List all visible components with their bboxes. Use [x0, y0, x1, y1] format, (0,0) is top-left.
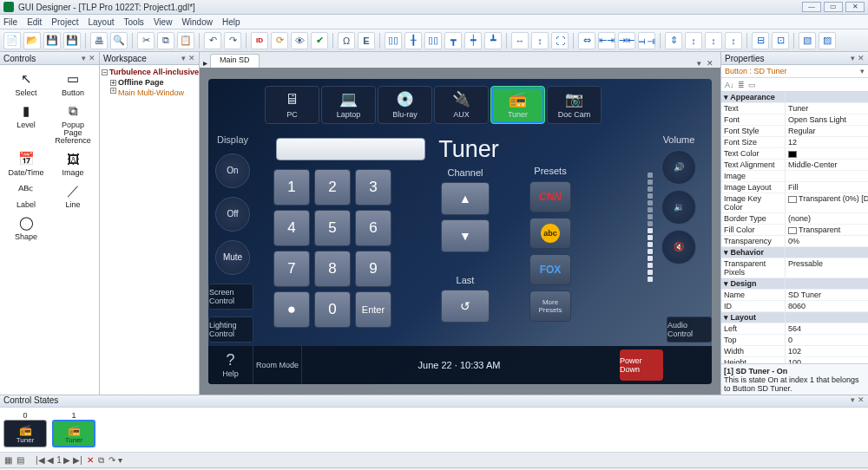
keypad-7-button[interactable]: 7	[273, 251, 310, 287]
prop-group[interactable]: ▾ Appearance	[721, 92, 786, 102]
tool-select[interactable]: ↖Select	[3, 69, 49, 99]
center-h-icon[interactable]: ⊟	[752, 32, 769, 49]
menu-file[interactable]: File	[3, 17, 17, 27]
source-pc-button[interactable]: 🖥PC	[265, 86, 319, 124]
source-aux-button[interactable]: 🔌AUX	[434, 86, 489, 124]
save-icon[interactable]: 💾	[43, 32, 61, 49]
align-center-icon[interactable]: ╂	[404, 32, 422, 49]
id-icon[interactable]: ID	[251, 32, 268, 49]
back-icon[interactable]: ▨	[819, 32, 836, 49]
saveall-icon[interactable]: 💾	[63, 32, 81, 49]
align-left-icon[interactable]: ▯▯	[385, 32, 402, 49]
more-presets-button[interactable]: More Presets	[529, 290, 571, 322]
tool-datetime[interactable]: 📅Date/Time	[3, 148, 49, 179]
keypad-9-button[interactable]: 9	[355, 251, 391, 287]
prop-row[interactable]: Height100	[721, 357, 868, 363]
center-v-icon[interactable]: ⊡	[772, 32, 789, 49]
menu-tools[interactable]: Tools	[124, 17, 144, 27]
prop-row[interactable]: Font StyleRegular	[721, 126, 868, 137]
prop-row[interactable]: Border Type(none)	[721, 213, 868, 225]
state-thumb-icon[interactable]: ▦	[4, 455, 12, 465]
same-size-icon[interactable]: ⛶	[551, 32, 569, 49]
tool-popup[interactable]: ⧉Popup Page Reference	[50, 101, 95, 147]
tool-image[interactable]: 🖼Image	[50, 148, 95, 179]
tool-label-tool[interactable]: ᴬᴮᶜLabel	[3, 180, 49, 211]
preset-abc-button[interactable]: abc	[529, 218, 571, 249]
refresh-icon[interactable]: ⟳	[271, 32, 288, 49]
menu-layout[interactable]: Layout	[88, 17, 114, 27]
vspace-eq-icon[interactable]: ⇕	[665, 32, 682, 49]
hspace-dec-icon[interactable]: ⇥⇤	[618, 32, 635, 49]
preview-icon[interactable]: 🔍	[110, 32, 128, 49]
panel-close-icon[interactable]: ▾ ✕	[181, 54, 195, 62]
keypad-4-button[interactable]: 4	[273, 210, 310, 246]
prop-row[interactable]: Image	[721, 171, 868, 182]
keypad-5-button[interactable]: 5	[314, 210, 351, 246]
omega-icon[interactable]: Ω	[338, 32, 355, 49]
menu-help[interactable]: Help	[222, 17, 240, 27]
audio-control-button[interactable]: Audio Control	[667, 317, 712, 343]
tree-item[interactable]: +Main Multi-Window	[102, 88, 197, 395]
prop-group[interactable]: ▾ Design	[721, 278, 786, 289]
volume-up-button[interactable]: 🔊	[661, 150, 696, 185]
sort-az-icon[interactable]: A↓	[725, 81, 734, 89]
copy-icon[interactable]: ⧉	[157, 32, 174, 49]
front-icon[interactable]: ▧	[799, 32, 816, 49]
prop-group[interactable]: ▾ Layout	[721, 312, 786, 323]
prop-row[interactable]: Transparency0%	[721, 236, 868, 247]
tab-main-sd[interactable]: Main SD	[210, 54, 260, 68]
keypad-2-button[interactable]: 2	[314, 169, 351, 206]
cut-icon[interactable]: ✂	[137, 32, 155, 49]
screen-control-button[interactable]: Screen Control	[208, 284, 253, 310]
tab-close-icon[interactable]: ✕	[707, 59, 713, 68]
prop-row[interactable]: Transparent PixelsPressable	[721, 258, 868, 278]
panel-close-icon[interactable]: ▾ ✕	[851, 395, 865, 407]
state-nav[interactable]: |◀ ◀ 1 ▶ ▶|	[36, 455, 82, 465]
source-bluray-button[interactable]: 💿Blu-ray	[378, 86, 432, 124]
keypad-1-button[interactable]: 1	[273, 169, 310, 206]
source-laptop-button[interactable]: 💻Laptop	[321, 86, 376, 124]
prop-group[interactable]: ▾ Behavior	[721, 247, 786, 258]
tool-level[interactable]: ▮Level	[3, 101, 49, 147]
delete-state-icon[interactable]: ✕	[87, 455, 94, 465]
keypad-0-button[interactable]: 0	[314, 291, 351, 328]
volume-down-button[interactable]: 🔉	[661, 190, 696, 225]
preset-cnn-button[interactable]: CNN	[529, 181, 571, 212]
prop-row[interactable]: Text Color	[721, 148, 868, 160]
source-tuner-button[interactable]: 📻Tuner	[490, 86, 545, 124]
hspace-inc-icon[interactable]: ⇤⇥	[598, 32, 615, 49]
open-icon[interactable]: 📂	[23, 32, 41, 49]
prop-row[interactable]: Image LayoutFill	[721, 182, 868, 193]
insert-state-icon[interactable]: ↷ ▾	[108, 455, 122, 465]
control-state-0[interactable]: 0📻Tuner	[3, 411, 47, 447]
keypad-8-button[interactable]: 8	[314, 251, 351, 287]
state-list-icon[interactable]: ▤	[16, 455, 24, 465]
paste-icon[interactable]: 📋	[177, 32, 194, 49]
prop-row[interactable]: Top0	[721, 335, 868, 346]
vspace-dec-icon[interactable]: ↕	[705, 32, 722, 49]
panel-close-icon[interactable]: ▾ ✕	[851, 54, 865, 62]
prop-row[interactable]: ID8060	[721, 301, 868, 312]
design-screen[interactable]: 🖥PC💻Laptop💿Blu-ray🔌AUX📻Tuner📷Doc Cam Tun…	[208, 79, 712, 384]
keypad-●-button[interactable]: ●	[273, 291, 310, 328]
keypad-enter-button[interactable]: Enter	[355, 291, 391, 328]
prop-row[interactable]: Left564	[721, 323, 868, 335]
control-state-1[interactable]: 1📻Tuner	[52, 411, 95, 447]
prop-row[interactable]: Width102	[721, 346, 868, 357]
prop-row[interactable]: Fill ColorTransparent	[721, 225, 868, 236]
lighting-control-button[interactable]: Lighting Control	[208, 317, 253, 343]
channel-up-button[interactable]: ▲	[441, 182, 490, 215]
same-width-icon[interactable]: ↔	[511, 32, 529, 49]
print-icon[interactable]: 🖶	[90, 32, 108, 49]
prop-row[interactable]: FontOpen Sans Light	[721, 114, 868, 126]
vspace-inc-icon[interactable]: ↕	[685, 32, 702, 49]
align-bottom-icon[interactable]: ┻	[484, 32, 502, 49]
menu-window[interactable]: Window	[181, 17, 213, 27]
menu-view[interactable]: View	[154, 17, 173, 27]
align-top-icon[interactable]: ┳	[444, 32, 462, 49]
room-mode-button[interactable]: Room Mode	[253, 346, 302, 384]
prop-row[interactable]: NameSD Tuner	[721, 290, 868, 301]
display-off-button[interactable]: Off	[215, 197, 250, 232]
display-on-button[interactable]: On	[215, 153, 250, 188]
minimize-button[interactable]: —	[802, 2, 821, 12]
